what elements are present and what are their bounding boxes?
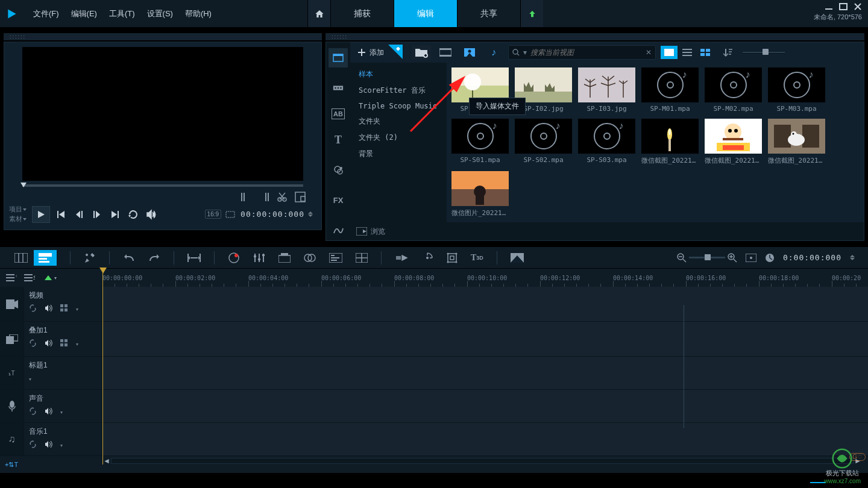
menu-file[interactable]: 文件(F) xyxy=(28,6,64,22)
track-body[interactable] xyxy=(102,322,868,356)
preview-timecode[interactable]: 00:00:00:000 xyxy=(241,210,304,219)
tab-home[interactable] xyxy=(307,0,330,27)
sort-button[interactable] xyxy=(719,45,738,60)
panel-grip[interactable]: :::::: xyxy=(4,33,322,40)
tool-settings-icon[interactable] xyxy=(84,252,96,264)
view-list[interactable] xyxy=(679,46,696,59)
track-grid-icon[interactable] xyxy=(60,304,69,313)
menu-settings[interactable]: 设置(S) xyxy=(142,6,178,22)
fit-button[interactable] xyxy=(187,253,201,263)
category-item[interactable]: Triple Scoop Music xyxy=(350,99,447,113)
step-back-button[interactable] xyxy=(72,207,86,222)
search-box[interactable]: ▾ ✕ xyxy=(508,45,656,60)
scroll-left-icon[interactable]: ◄ xyxy=(102,457,111,465)
media-item[interactable]: SP-S02.mpa xyxy=(515,119,572,165)
track-options-icon[interactable]: ± xyxy=(6,274,17,282)
volume-button[interactable] xyxy=(144,207,159,222)
minimize-button[interactable] xyxy=(825,2,833,11)
sidetab-ab[interactable]: AB xyxy=(332,108,345,119)
filter-video-button[interactable] xyxy=(436,45,455,60)
track-type-icon[interactable] xyxy=(0,322,24,356)
filter-photo-button[interactable] xyxy=(460,45,479,60)
track-type-icon[interactable]: ♫ xyxy=(0,423,24,455)
menu-help[interactable]: 帮助(H) xyxy=(180,6,216,22)
maximize-button[interactable] xyxy=(839,2,848,11)
close-button[interactable] xyxy=(854,2,862,11)
panel-grip[interactable]: :::::: xyxy=(326,33,864,40)
track-link-icon[interactable] xyxy=(29,304,37,313)
track-type-icon[interactable] xyxy=(0,287,24,321)
category-item[interactable]: 背景 xyxy=(350,146,447,162)
mode-timeline[interactable] xyxy=(34,250,57,266)
sidetab-fx[interactable]: FX xyxy=(329,190,348,210)
tab-upload[interactable] xyxy=(520,0,543,27)
media-item[interactable]: SP-M01.mpa xyxy=(641,67,699,113)
chevron-down-icon[interactable]: ▾ xyxy=(76,339,78,348)
3d-title-icon[interactable]: T3D xyxy=(471,253,483,263)
play-button[interactable] xyxy=(32,206,50,223)
sidetab-transitions[interactable] xyxy=(329,78,348,98)
subtitle-icon[interactable] xyxy=(329,253,342,263)
motion-track-icon[interactable] xyxy=(395,253,408,263)
category-item[interactable]: ScoreFitter 音乐 xyxy=(350,83,447,99)
resize-preview-icon[interactable] xyxy=(225,208,237,221)
timeline-zoom[interactable] xyxy=(677,253,737,263)
menu-tools[interactable]: 工具(T) xyxy=(104,6,140,22)
category-item[interactable]: 文件夹 xyxy=(350,113,447,130)
media-item[interactable]: 微信截图_202212... xyxy=(705,119,762,165)
undo-button[interactable] xyxy=(123,252,135,263)
mark-out-icon[interactable] xyxy=(259,192,269,202)
track-mute-icon[interactable] xyxy=(45,304,53,313)
media-item[interactable]: SP-S03.mpa xyxy=(578,119,635,165)
go-start-button[interactable] xyxy=(54,207,68,222)
media-item[interactable]: SP-M03.mpa xyxy=(768,67,825,113)
mode-storyboard[interactable] xyxy=(10,250,33,266)
sidetab-media[interactable] xyxy=(329,48,348,67)
go-end-button[interactable] xyxy=(108,207,122,222)
import-folder-button[interactable] xyxy=(412,45,431,60)
zoom-out-icon[interactable] xyxy=(677,253,687,263)
track-grid-icon[interactable] xyxy=(60,339,69,348)
chevron-down-icon[interactable]: ▾ xyxy=(76,304,78,313)
track-body[interactable] xyxy=(102,390,868,422)
media-item[interactable]: 微信截图_202212... xyxy=(641,119,699,165)
timeline-timecode[interactable]: 0:00:00:000 xyxy=(783,253,841,262)
filter-audio-button[interactable]: ♪ xyxy=(484,45,503,60)
tab-edit[interactable]: 编辑 xyxy=(394,0,457,27)
browse-button[interactable]: 浏览 xyxy=(356,227,385,237)
loop-button[interactable] xyxy=(126,207,140,222)
track-type-icon[interactable] xyxy=(0,390,24,422)
track-link-icon[interactable] xyxy=(29,440,37,449)
add-track-button[interactable]: +⇅T xyxy=(5,461,18,469)
tl-timecode-stepper[interactable] xyxy=(850,255,858,260)
pan-zoom-icon[interactable] xyxy=(421,252,433,264)
timeline-scrollbar[interactable]: ◄ ► xyxy=(102,457,862,465)
track-mute-icon[interactable] xyxy=(45,440,53,449)
media-item[interactable]: SP-I03.jpg xyxy=(578,67,635,113)
track-body[interactable] xyxy=(102,357,868,389)
fit-project-icon[interactable] xyxy=(746,254,756,262)
project-label[interactable]: 项目 xyxy=(9,205,26,214)
marker-button[interactable]: ▾ xyxy=(42,275,57,281)
track-manager-icon[interactable]: ± xyxy=(24,274,35,282)
record-button[interactable] xyxy=(228,252,240,264)
clip-label[interactable]: 素材 xyxy=(9,214,26,224)
step-fwd-button[interactable] xyxy=(90,207,104,222)
time-ruler[interactable]: 00:00:00:0000:00:02:0000:00:04:0000:00:0… xyxy=(102,269,868,287)
track-body[interactable] xyxy=(102,423,868,455)
multiview-icon[interactable] xyxy=(356,253,368,263)
track-link-icon[interactable] xyxy=(29,339,37,348)
mask-icon[interactable] xyxy=(511,253,524,263)
audio-mixer-icon[interactable] xyxy=(253,252,265,263)
zoom-in-icon[interactable] xyxy=(728,253,737,263)
sidetab-title[interactable]: T xyxy=(329,130,348,149)
media-item[interactable]: 微信截图_202212... xyxy=(768,119,825,165)
playhead[interactable] xyxy=(102,269,103,465)
redo-button[interactable] xyxy=(148,252,160,263)
chevron-down-icon[interactable]: ▾ xyxy=(60,440,63,449)
track-link-icon[interactable] xyxy=(29,407,37,416)
sidetab-path[interactable] xyxy=(329,221,348,240)
track-mute-icon[interactable] xyxy=(45,339,53,348)
track-body[interactable] xyxy=(102,287,868,321)
mark-in-icon[interactable] xyxy=(241,192,251,202)
